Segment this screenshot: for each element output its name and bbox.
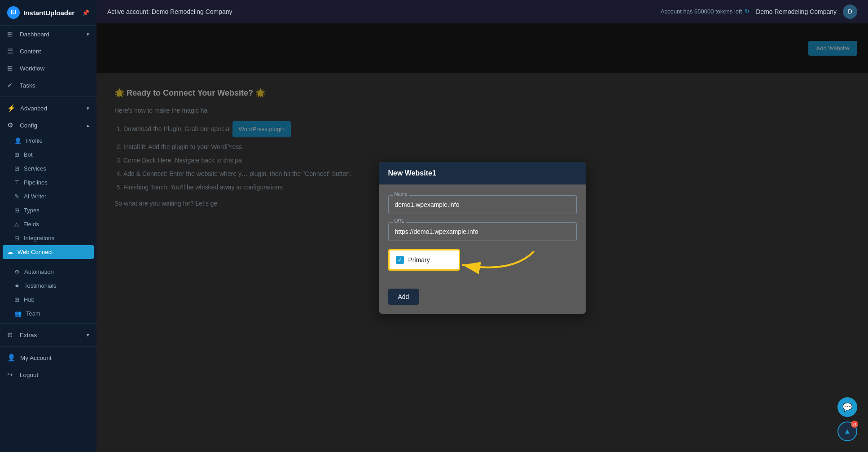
advanced-icon: ⚡ xyxy=(7,104,16,112)
divider xyxy=(0,97,96,97)
sidebar-item-label: Extras xyxy=(20,332,37,338)
automation-icon: ⚙ xyxy=(14,268,20,275)
sidebar-item-label: Types xyxy=(24,207,39,214)
sidebar-item-web-connect[interactable]: ☁ Web Connect xyxy=(3,245,94,259)
ai-writer-icon: ✎ xyxy=(14,193,19,200)
sidebar-item-extras[interactable]: ⊕ Extras ▾ xyxy=(0,326,96,343)
sidebar-item-label: My Account xyxy=(20,355,52,361)
sidebar-item-label: Fields xyxy=(23,221,39,228)
sidebar-item-services[interactable]: ⊟ Services xyxy=(0,162,96,176)
fields-icon: △ xyxy=(14,221,19,228)
chevron-down-icon: ▾ xyxy=(87,332,89,338)
sidebar-item-bot[interactable]: ⊞ Bot xyxy=(0,148,96,162)
content-area: Add Website 🌟 Ready to Connect Your Webs… xyxy=(96,23,868,452)
chevron-up-icon: ▴ xyxy=(87,123,89,128)
tasks-icon: ✓ xyxy=(7,81,15,89)
sidebar-item-integrations[interactable]: ⊟ Integrations xyxy=(0,231,96,245)
topbar-right: Account has 650000 tokens left ↻ Demo Re… xyxy=(661,4,857,19)
logo-brand[interactable]: IU InstantUploader xyxy=(7,6,75,19)
sidebar-item-label: Config xyxy=(20,122,37,129)
testimonials-icon: ★ xyxy=(14,282,20,289)
logo-icon: IU xyxy=(7,6,20,19)
sidebar-item-dashboard[interactable]: ⊞ Dashboard ▾ xyxy=(0,26,96,43)
name-input[interactable] xyxy=(388,195,577,214)
primary-label: Primary xyxy=(408,256,430,263)
sidebar-item-fields[interactable]: △ Fields xyxy=(0,217,96,231)
name-label: Name xyxy=(393,191,409,197)
sidebar-item-label: Integrations xyxy=(24,235,54,241)
logout-icon: ↪ xyxy=(7,371,15,379)
sidebar-item-workflow[interactable]: ⊟ Workflow xyxy=(0,60,96,77)
sidebar-item-label: Dashboard xyxy=(20,31,49,38)
topbar: Active account: Demo Remodeling Company … xyxy=(96,0,868,23)
sidebar-item-ai-writer[interactable]: ✎ AI Writer xyxy=(0,189,96,203)
primary-checkbox-row[interactable]: ✓ Primary xyxy=(388,249,460,271)
sidebar-item-content[interactable]: ☰ Content xyxy=(0,43,96,60)
types-icon: ⊞ xyxy=(14,207,19,214)
sidebar-item-label: Testimonials xyxy=(24,282,57,289)
sidebar-item-automation[interactable]: ⚙ Automation xyxy=(0,265,96,279)
sidebar-item-label: Profile xyxy=(26,137,43,144)
my-account-icon: 👤 xyxy=(7,354,16,362)
sidebar: IU InstantUploader 📌 ⊞ Dashboard ▾ ☰ Con… xyxy=(0,0,96,452)
sidebar-item-label: Team xyxy=(26,310,40,317)
config-icon: ⚙ xyxy=(7,121,15,129)
logo-text: InstantUploader xyxy=(23,9,75,17)
name-field-group: Name xyxy=(388,195,577,214)
url-field-group: URL xyxy=(388,222,577,241)
bot-icon: ⊞ xyxy=(14,151,19,158)
pipelines-icon: ⊤ xyxy=(14,179,19,186)
sidebar-item-label: Pipelines xyxy=(24,179,48,186)
modal-title: New Website1 xyxy=(388,169,436,177)
content-icon: ☰ xyxy=(7,47,15,55)
token-info-text: Account has 650000 tokens left xyxy=(661,8,742,15)
sidebar-item-logout[interactable]: ↪ Logout xyxy=(0,366,96,383)
sidebar-item-testimonials[interactable]: ★ Testimonials xyxy=(0,279,96,293)
token-info: Account has 650000 tokens left ↻ xyxy=(661,8,750,15)
sidebar-item-label: Services xyxy=(24,165,46,172)
primary-section: ✓ Primary xyxy=(388,249,460,280)
sidebar-item-advanced[interactable]: ⚡ Advanced ▾ xyxy=(0,100,96,117)
extras-icon: ⊕ xyxy=(7,331,15,339)
chevron-down-icon: ▾ xyxy=(87,105,89,111)
chevron-down-icon: ▾ xyxy=(87,31,89,37)
dashboard-icon: ⊞ xyxy=(7,30,15,38)
sidebar-item-label: Bot xyxy=(24,151,33,158)
sidebar-item-team[interactable]: 👥 Team xyxy=(0,307,96,320)
modal-dialog: New Website1 Name URL xyxy=(379,162,586,314)
services-icon: ⊟ xyxy=(14,165,19,172)
sidebar-item-label: Logout xyxy=(20,372,38,378)
sidebar-item-profile[interactable]: 👤 Profile xyxy=(0,134,96,148)
sidebar-item-label: Web Connect xyxy=(18,249,53,255)
arrow-annotation xyxy=(458,247,539,283)
sidebar-item-hub[interactable]: ⊞ Hub xyxy=(0,293,96,307)
sidebar-item-pipelines[interactable]: ⊤ Pipelines xyxy=(0,176,96,189)
sidebar-item-label: Automation xyxy=(24,268,54,275)
sidebar-item-tasks[interactable]: ✓ Tasks xyxy=(0,77,96,94)
scroll-top-button[interactable]: 21 ▲ xyxy=(837,421,857,441)
primary-checkbox[interactable]: ✓ xyxy=(396,256,404,264)
integrations-icon: ⊟ xyxy=(14,235,19,241)
sidebar-item-my-account[interactable]: 👤 My Account xyxy=(0,349,96,366)
team-icon: 👥 xyxy=(14,310,22,317)
hub-icon: ⊞ xyxy=(14,296,19,303)
modal-header: New Website1 xyxy=(379,162,586,184)
url-input[interactable] xyxy=(388,222,577,241)
scroll-up-icon: ▲ xyxy=(844,427,851,435)
sidebar-item-label: Tasks xyxy=(20,82,35,89)
add-button[interactable]: Add xyxy=(388,289,419,305)
active-account-label: Active account: Demo Remodeling Company xyxy=(107,8,232,15)
modal-footer: Add xyxy=(388,289,577,305)
account-name-label: Demo Remodeling Company xyxy=(756,8,837,15)
sidebar-item-types[interactable]: ⊞ Types xyxy=(0,203,96,217)
divider xyxy=(0,262,96,262)
workflow-icon: ⊟ xyxy=(7,64,15,72)
pin-icon[interactable]: 📌 xyxy=(82,9,89,16)
sidebar-item-config[interactable]: ⚙ Config ▴ xyxy=(0,117,96,134)
sidebar-item-label: Hub xyxy=(24,296,35,303)
refresh-icon[interactable]: ↻ xyxy=(745,8,750,15)
sidebar-item-label: Content xyxy=(20,48,41,55)
sidebar-logo: IU InstantUploader 📌 xyxy=(0,0,96,26)
chat-button[interactable]: 💬 xyxy=(837,397,857,417)
modal-body: Name URL ✓ Primary xyxy=(379,184,586,314)
